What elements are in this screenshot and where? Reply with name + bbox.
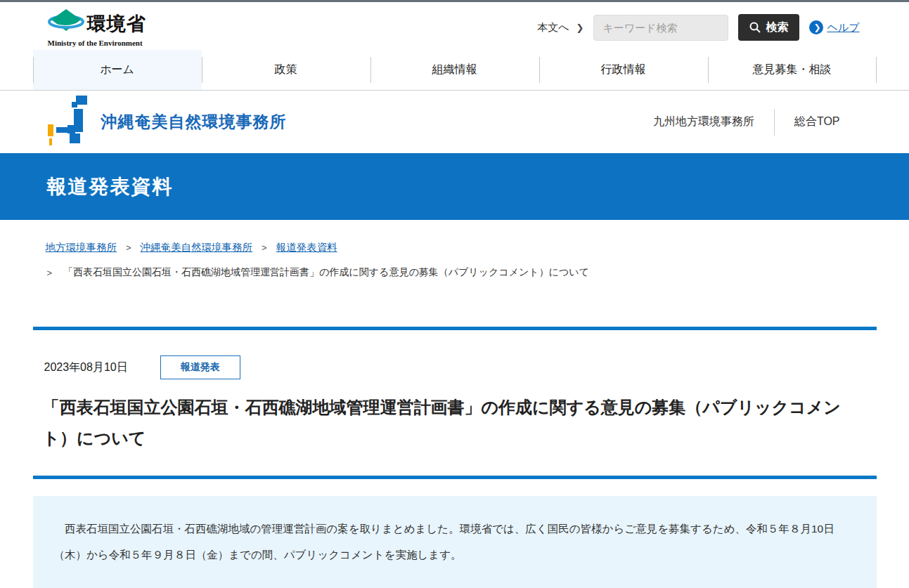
nav-item-home[interactable]: ホーム: [33, 50, 202, 90]
breadcrumb-link-press-releases[interactable]: 報道発表資料: [276, 241, 337, 254]
office-header: 沖縄奄美自然環境事務所 九州地方環境事務所 総合TOP: [0, 91, 909, 153]
breadcrumb-link-regional-offices[interactable]: 地方環境事務所: [46, 241, 117, 254]
press-release-badge: 報道発表: [160, 355, 240, 379]
search-button-label: 検索: [766, 20, 788, 35]
search-input[interactable]: [593, 15, 728, 41]
accent-rule-top: [33, 327, 877, 330]
summary-text: 西表石垣国立公園石垣・石西礁湖地域の管理運営計画の案を取りまとめました。環境省で…: [54, 516, 856, 568]
accent-rule-bottom: [33, 476, 877, 479]
office-brand-link[interactable]: 沖縄奄美自然環境事務所: [48, 96, 287, 149]
help-link-label: ヘルプ: [827, 21, 859, 34]
nav-item-administration[interactable]: 行政情報: [539, 50, 708, 90]
office-title: 沖縄奄美自然環境事務所: [101, 111, 287, 133]
moe-logo-title: 環境省: [87, 11, 146, 37]
nav-item-policy[interactable]: 政策: [202, 50, 370, 90]
moe-logo-subtitle: Ministry of the Environment: [48, 39, 146, 47]
moe-logo[interactable]: 環境省 Ministry of the Environment: [48, 8, 146, 47]
page-banner: 報道発表資料: [0, 153, 909, 220]
article-date: 2023年08月10日: [44, 360, 128, 375]
chevron-right-icon: ❯: [576, 22, 584, 33]
search-icon: [749, 22, 761, 33]
breadcrumb-link-okinawa-amami-office[interactable]: 沖縄奄美自然環境事務所: [141, 241, 253, 254]
kyushu-office-link[interactable]: 九州地方環境事務所: [633, 115, 774, 129]
chevron-circle-icon: ❯: [809, 20, 823, 34]
page-banner-title: 報道発表資料: [47, 174, 877, 200]
article-title: 「西表石垣国立公園石垣・石西礁湖地域管理運営計画書」の作成に関する意見の募集（パ…: [43, 392, 865, 455]
summary-box: 西表石垣国立公園石垣・石西礁湖地域の管理運営計画の案を取りまとめました。環境省で…: [33, 496, 877, 588]
search-button[interactable]: 検索: [738, 14, 799, 41]
breadcrumb-separator: >: [126, 242, 131, 253]
article-main: 2023年08月10日 報道発表 「西表石垣国立公園石垣・石西礁湖地域管理運営計…: [33, 279, 877, 588]
global-nav: ホーム 政策 組織情報 行政情報 意見募集・相談: [0, 50, 909, 91]
site-header: 環境省 Ministry of the Environment 本文へ ❯ 検索: [0, 2, 909, 50]
breadcrumb-current-page: 「西表石垣国立公園石垣・石西礁湖地域管理運営計画書」の作成に関する意見の募集（パ…: [63, 266, 589, 279]
nav-item-organization[interactable]: 組織情報: [370, 50, 539, 90]
breadcrumb-separator: >: [47, 268, 53, 278]
breadcrumb-separator: >: [262, 242, 267, 253]
skip-to-content-link[interactable]: 本文へ ❯: [537, 21, 584, 34]
skip-to-content-label: 本文へ: [537, 21, 569, 34]
moe-emblem-icon: [48, 8, 84, 40]
japan-map-icon: [48, 96, 90, 149]
nav-item-public-comment[interactable]: 意見募集・相談: [708, 50, 877, 90]
help-link[interactable]: ❯ ヘルプ: [809, 20, 859, 34]
general-top-link[interactable]: 総合TOP: [775, 115, 860, 129]
breadcrumb: 地方環境事務所 > 沖縄奄美自然環境事務所 > 報道発表資料 > 「西表石垣国立…: [33, 220, 877, 279]
